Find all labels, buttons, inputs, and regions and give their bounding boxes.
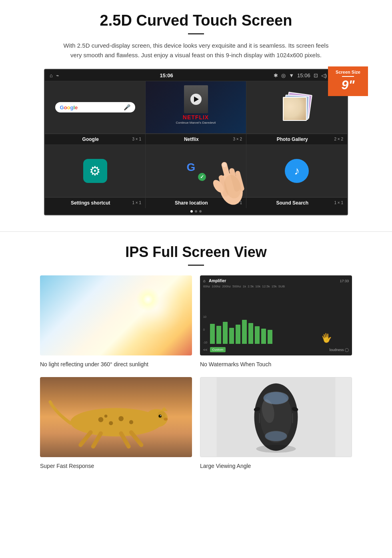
feature-grid: No light reflecting under 360° direct su… xyxy=(24,275,368,471)
bar-7 xyxy=(248,323,253,344)
app-cell-google[interactable]: Google 🎤 xyxy=(45,81,146,134)
play-button[interactable] xyxy=(190,94,202,105)
app-grid-row1: Google 🎤 xyxy=(45,81,347,134)
app-cell-settings[interactable]: ⚙ xyxy=(45,145,146,197)
google-maps-icon: G ✓ xyxy=(186,161,206,181)
play-icon xyxy=(194,96,199,102)
screen-mockup-wrap: Screen Size 9" ⌂ ⌁ 15:06 ✱ ◎ ▼ 15: xyxy=(44,69,348,215)
wifi-icon: ▼ xyxy=(289,72,294,78)
amp-custom-btn[interactable]: Custom xyxy=(210,347,226,352)
bar-3 xyxy=(223,322,228,344)
screen-size-badge: Screen Size 9" xyxy=(328,66,368,96)
netflix-figure xyxy=(184,85,208,113)
netflix-subtitle: Continue Marvel's Daredevil xyxy=(149,121,243,124)
amp-freq-labels: 60hz 100hz 200hz 500hz 1k 2.5k 10k 12.5k… xyxy=(203,285,349,288)
bar-2 xyxy=(216,326,221,344)
bluetooth-icon: ✱ xyxy=(274,72,278,78)
amplifier-image: ⌂ Amplifier 17:33 60hz 100hz 200hz 500hz… xyxy=(200,275,352,355)
bar-4 xyxy=(229,328,234,344)
bar-8 xyxy=(255,326,260,344)
sound-size: 1 × 1 xyxy=(334,201,343,205)
amplifier-visual: ⌂ Amplifier 17:33 60hz 100hz 200hz 500hz… xyxy=(200,275,352,355)
amp-back-btn[interactable]: << xyxy=(203,348,208,352)
cheetah-image xyxy=(40,377,192,457)
amp-loudness: loudness ◯ xyxy=(329,348,349,352)
netflix-app-inner: NETFLIX Continue Marvel's Daredevil xyxy=(146,81,246,133)
google-search-bar[interactable]: Google 🎤 xyxy=(55,102,135,112)
share-label: Share location xyxy=(175,200,208,206)
sound-label: Sound Search xyxy=(276,200,308,206)
bar-1 xyxy=(210,324,215,344)
label-google: Google 3 × 1 xyxy=(45,134,146,145)
settings-icon-wrap: ⚙ xyxy=(83,159,107,183)
feature-amplifier: ⌂ Amplifier 17:33 60hz 100hz 200hz 500hz… xyxy=(200,275,352,369)
sound-icon-wrap: ♪ xyxy=(285,159,309,183)
sunlight-caption: No light reflecting under 360° direct su… xyxy=(40,359,192,369)
status-left-icons: ⌂ ⌁ xyxy=(50,72,59,78)
amp-footer: << Custom loudness ◯ xyxy=(203,347,349,352)
amp-hand-icon: 🖐 xyxy=(320,332,333,344)
cheetah-visual xyxy=(40,377,192,457)
maps-letter-g: G xyxy=(187,161,196,174)
svg-line-20 xyxy=(80,432,90,445)
amp-home-icon: ⌂ xyxy=(203,279,206,283)
sunlight-image xyxy=(40,275,192,355)
netflix-brand: NETFLIX Continue Marvel's Daredevil xyxy=(149,114,243,124)
svg-point-18 xyxy=(160,415,161,416)
amp-time: 17:33 xyxy=(340,279,349,283)
svg-point-9 xyxy=(98,417,104,422)
gallery-stack xyxy=(281,91,313,123)
car-image xyxy=(200,377,352,457)
app-labels-row2: Settings shortcut 1 × 1 Share location 1… xyxy=(45,197,347,208)
section-curved-screen: 2.5D Curved Touch Screen With 2.5D curve… xyxy=(0,0,392,223)
dot-3[interactable] xyxy=(199,210,202,213)
sun-burst xyxy=(136,287,160,311)
amp-title: Amplifier xyxy=(209,279,226,283)
section-divider xyxy=(0,231,392,232)
location-icon: ◎ xyxy=(281,72,286,78)
settings-app-inner: ⚙ xyxy=(45,145,145,197)
app-cell-sound[interactable]: ♪ xyxy=(246,145,347,197)
google-size: 3 × 1 xyxy=(132,137,141,141)
netflix-logo: NETFLIX xyxy=(149,114,243,120)
time-display: 15:06 xyxy=(297,72,310,78)
amp-header: ⌂ Amplifier 17:33 xyxy=(203,279,349,283)
svg-point-28 xyxy=(265,431,287,442)
mic-icon[interactable]: 🎤 xyxy=(124,104,130,110)
svg-point-34 xyxy=(256,445,296,453)
sunlight-visual xyxy=(40,275,192,355)
dot-2[interactable] xyxy=(195,210,197,213)
bar-5 xyxy=(236,325,240,344)
bar-6 xyxy=(242,320,247,344)
svg-point-12 xyxy=(129,420,133,424)
amplifier-caption: No Watermarks When Touch xyxy=(200,359,352,369)
app-grid-row2: ⚙ G ✓ xyxy=(45,145,347,197)
feature-sunlight: No light reflecting under 360° direct su… xyxy=(40,275,192,369)
app-cell-share[interactable]: G ✓ xyxy=(146,145,246,197)
label-sound: Sound Search 1 × 1 xyxy=(246,198,347,208)
svg-point-10 xyxy=(109,421,113,425)
google-label: Google xyxy=(82,136,99,142)
usb-icon: ⌁ xyxy=(56,72,59,78)
app-labels-row1: Google 3 × 1 Netflix 3 × 2 Photo Gallery… xyxy=(45,134,347,145)
section2-divider xyxy=(188,265,204,266)
screen-mockup: ⌂ ⌁ 15:06 ✱ ◎ ▼ 15:06 ⊡ ◁) ⊠ ▭ xyxy=(44,69,348,215)
gallery-card-3 xyxy=(283,97,307,121)
google-app-inner: Google 🎤 xyxy=(45,81,145,133)
section1-description: With 2.5D curved-display screen, this de… xyxy=(60,41,332,60)
gear-icon: ⚙ xyxy=(89,163,101,179)
maps-check-icon: ✓ xyxy=(198,173,206,181)
google-logo: Google xyxy=(60,104,78,110)
amp-bars: 10 0 -10 xyxy=(203,290,349,345)
dot-1[interactable] xyxy=(190,210,193,213)
cheetah-caption: Super Fast Response xyxy=(40,461,192,471)
svg-marker-16 xyxy=(160,407,168,411)
hand-image xyxy=(206,141,254,213)
badge-divider xyxy=(342,76,354,77)
app-cell-netflix[interactable]: NETFLIX Continue Marvel's Daredevil xyxy=(146,81,246,134)
bar-9 xyxy=(261,329,266,344)
section2-title: IPS Full Screen View xyxy=(24,244,368,261)
section1-divider xyxy=(188,33,204,34)
gallery-size: 2 × 2 xyxy=(334,137,343,141)
feature-car: Large Viewing Angle xyxy=(200,377,352,471)
